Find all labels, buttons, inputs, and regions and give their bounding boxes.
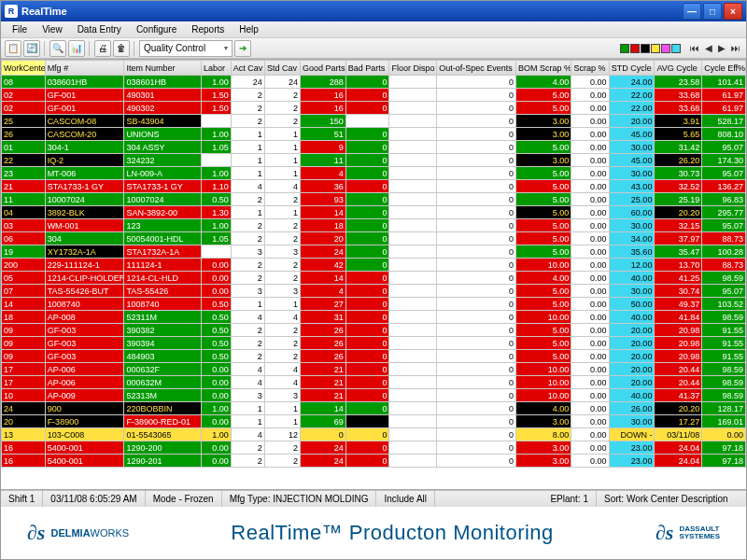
table-row[interactable]: 1110007024100070240.502293005.000.0025.0… xyxy=(2,193,746,206)
col-header[interactable]: Good Parts xyxy=(301,61,346,76)
table-row[interactable]: 24900220BOBBIN1.001114004.000.0026.0020.… xyxy=(2,402,746,415)
col-header[interactable]: WorkCente xyxy=(2,61,46,76)
cell: 98.59 xyxy=(702,311,746,324)
cell: 0.00 xyxy=(202,272,232,285)
cell: 10.00 xyxy=(516,363,571,376)
close-button[interactable]: × xyxy=(724,3,742,20)
cell: 14 xyxy=(301,206,346,219)
table-row[interactable]: 09GF-0033903940.502226005.000.0020.0020.… xyxy=(2,337,746,350)
table-row[interactable]: 17AP-006000632F0.0044210010.000.0020.002… xyxy=(2,363,746,376)
cell: UNIONS xyxy=(124,128,202,141)
cell: 25.19 xyxy=(655,193,702,206)
menu-data-entry[interactable]: Data Entry xyxy=(70,22,129,36)
cell: 20.00 xyxy=(609,376,655,389)
table-row[interactable]: 10AP-00952313M0.0033210010.000.0040.0041… xyxy=(2,389,746,402)
quality-combo[interactable]: Quality Control xyxy=(139,40,233,57)
table-row[interactable]: 165400-0011290-2010.002224003.000.0023.0… xyxy=(2,455,746,468)
cell: 95.07 xyxy=(702,167,746,180)
menu-help[interactable]: Help xyxy=(232,22,266,36)
table-row[interactable]: 14100874010087400.501127005.000.0050.004… xyxy=(2,298,746,311)
table-row[interactable]: 25CASCOM-08SB-439042215003.000.0020.003.… xyxy=(2,115,746,128)
table-row[interactable]: 09GF-0034849030.502226005.000.0020.0020.… xyxy=(2,350,746,363)
maximize-button[interactable]: □ xyxy=(703,3,722,20)
col-header[interactable]: Labor xyxy=(202,61,232,76)
nav-first[interactable]: ⏮ xyxy=(688,42,701,54)
col-header[interactable]: Std Cav xyxy=(264,61,300,76)
toolbar-button[interactable]: 🗑 xyxy=(113,40,130,57)
table-row[interactable]: 0630450054001-HDL1.052220005.000.0034.00… xyxy=(2,232,746,245)
toolbar-button[interactable]: 📋 xyxy=(5,40,21,57)
cell xyxy=(389,154,437,167)
table-row[interactable]: 21STA1733-1 GYSTA1733-1 GY1.104436005.00… xyxy=(2,180,746,193)
col-header[interactable]: Scrap % xyxy=(571,61,609,76)
table-row[interactable]: 01304-1304 ASSY1.05119005.000.0030.0031.… xyxy=(2,141,746,154)
cell: 33.68 xyxy=(655,89,702,102)
cell: 0.00 xyxy=(571,376,609,389)
table-row[interactable]: 02GF-0014903021.502216005.000.0022.0033.… xyxy=(2,102,746,115)
cell: 95.07 xyxy=(702,219,746,232)
col-header[interactable]: Act Cav xyxy=(231,61,264,76)
cell: 136.27 xyxy=(702,180,746,193)
col-header[interactable]: Item Number xyxy=(124,61,202,76)
cell: 98.59 xyxy=(702,376,746,389)
cell: 19 xyxy=(2,245,46,259)
cell: 0.50 xyxy=(202,324,232,337)
cell: 038601HB xyxy=(45,76,124,89)
toolbar-button[interactable]: 🖨 xyxy=(94,40,111,57)
col-header[interactable]: AVG Cycle xyxy=(655,61,702,76)
toolbar-button[interactable]: 🔍 xyxy=(49,40,66,57)
cell: 0 xyxy=(437,219,516,232)
table-row[interactable]: 22IQ-23242321111003.000.0045.0026.20174.… xyxy=(2,154,746,167)
table-row[interactable]: 13103-C00801-55430651.004120008.000.00DO… xyxy=(2,428,746,441)
col-header[interactable]: STD Cycle xyxy=(609,61,655,76)
menu-reports[interactable]: Reports xyxy=(184,22,232,36)
table-row[interactable]: 23MT-006LN-009-A1.00114005.000.0030.0030… xyxy=(2,167,746,180)
toolbar-button[interactable]: 🔄 xyxy=(23,40,40,57)
menu-view[interactable]: View xyxy=(35,22,70,36)
col-header[interactable]: Mfg # xyxy=(45,61,124,76)
col-header[interactable]: BOM Scrap % xyxy=(516,61,571,76)
table-row[interactable]: 09GF-0033903820.502226005.000.0020.0020.… xyxy=(2,324,746,337)
menu-configure[interactable]: Configure xyxy=(129,22,184,36)
toolbar-button[interactable]: 📊 xyxy=(68,40,85,57)
table-row[interactable]: 19XY1732A-1ASTA1732A-1A3324005.000.0035.… xyxy=(2,245,746,259)
table-row[interactable]: 20F-38900F-38900-RED-010.00116903.000.00… xyxy=(2,415,746,428)
table-row[interactable]: 08038601HB038601HB1.002424288004.000.002… xyxy=(2,76,746,89)
go-button[interactable]: ➔ xyxy=(234,40,251,57)
cell: 10 xyxy=(2,389,46,402)
cell: 0.50 xyxy=(202,193,232,206)
cell: 0 xyxy=(345,128,389,141)
table-row[interactable]: 051214-CLIP-HOLDER1214-CL-HLD0.002214004… xyxy=(2,272,746,285)
cell: 0 xyxy=(437,232,516,245)
table-row[interactable]: 02GF-0014903011.502216005.000.0022.0033.… xyxy=(2,89,746,102)
table-row[interactable]: 07TAS-55426-BUTTAS-554260.00334005.000.0… xyxy=(2,285,746,298)
cell: SAN-3892-00 xyxy=(124,206,202,219)
table-row[interactable]: 17AP-006000632M0.0044210010.000.0020.002… xyxy=(2,376,746,389)
cell: GF-003 xyxy=(45,350,124,363)
table-row[interactable]: 200229-111124-1111124-10.0022420010.000.… xyxy=(2,259,746,272)
cell: 2 xyxy=(264,232,300,245)
cell: 101.41 xyxy=(702,76,746,89)
data-grid[interactable]: WorkCenteMfg #Item NumberLaborAct CavStd… xyxy=(1,59,746,490)
col-header[interactable]: Out-of-Spec Events xyxy=(437,61,516,76)
table-row[interactable]: 26CASCOM-20UNIONS1.001151003.000.0045.00… xyxy=(2,128,746,141)
minimize-button[interactable]: — xyxy=(683,3,701,20)
cell: 390394 xyxy=(124,337,202,350)
table-row[interactable]: 18AP-00852311M0.5044310010.000.0040.0041… xyxy=(2,311,746,324)
nav-next[interactable]: ▶ xyxy=(716,42,727,54)
nav-last[interactable]: ⏭ xyxy=(729,42,742,54)
col-header[interactable]: Cycle Eff% xyxy=(702,61,746,76)
col-header[interactable]: Floor Dispo xyxy=(389,61,437,76)
table-row[interactable]: 043892-BLKSAN-3892-001.301114005.000.006… xyxy=(2,206,746,219)
nav-prev[interactable]: ◀ xyxy=(703,42,714,54)
cell: 04 xyxy=(2,206,46,219)
menu-file[interactable]: File xyxy=(5,22,35,36)
cell xyxy=(389,167,437,180)
cell: 3 xyxy=(231,245,264,259)
cell: 61.97 xyxy=(702,89,746,102)
table-row[interactable]: 165400-0011290-2000.002224003.000.0023.0… xyxy=(2,441,746,455)
col-header[interactable]: Bad Parts xyxy=(345,61,389,76)
cell: 0 xyxy=(437,350,516,363)
cell: 5.00 xyxy=(516,245,571,259)
table-row[interactable]: 03WM-0011231.002218005.000.0030.0032.159… xyxy=(2,219,746,232)
